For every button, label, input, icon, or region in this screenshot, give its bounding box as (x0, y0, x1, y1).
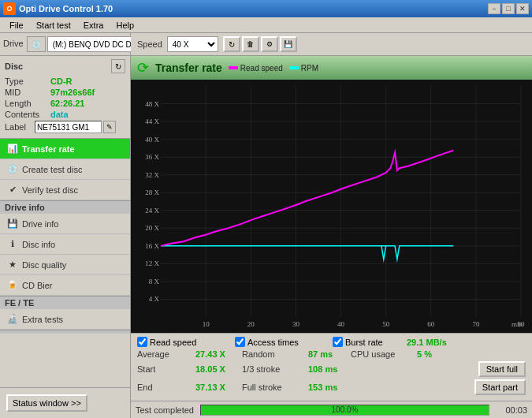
menu-extra[interactable]: Extra (77, 19, 110, 32)
disc-refresh-button[interactable]: ↻ (111, 59, 125, 73)
disc-contents-key: Contents (5, 110, 50, 119)
access-times-stat-label: Access times (247, 338, 299, 347)
settings-button[interactable]: ⚙ (261, 36, 278, 52)
read-speed-stat-label: Read speed (150, 338, 196, 347)
nav-disc-quality[interactable]: ★ Disc quality (0, 255, 130, 275)
average-val: 27.43 X (195, 349, 239, 359)
chart-title: Transfer rate (155, 62, 222, 74)
random-key: Random (242, 349, 305, 359)
disc-quality-icon: ★ (6, 259, 19, 271)
burst-rate-val: 29.1 MB/s (407, 338, 447, 347)
disc-type-key: Type (5, 77, 50, 86)
drive-label: Drive (3, 39, 24, 48)
extra-tests-icon: 🔬 (6, 313, 19, 326)
menu-help[interactable]: Help (110, 19, 140, 32)
disc-length-val: 62:26.21 (50, 99, 84, 108)
nav-disc-info[interactable]: ℹ Disc info (0, 234, 130, 255)
status-text: Test completed (136, 405, 194, 415)
nav-extra-tests[interactable]: 🔬 Extra tests (0, 309, 130, 330)
drive-info-icon: 💾 (6, 218, 19, 230)
burst-rate-checkbox-label[interactable]: Burst rate (333, 337, 404, 347)
app-title: Opti Drive Control 1.70 (19, 4, 113, 13)
start-part-button[interactable]: Start part (474, 379, 526, 395)
progress-bar: 100.0% (200, 405, 489, 416)
average-key: Average (137, 349, 192, 359)
disc-section-title: Disc (5, 62, 23, 71)
drive-icon: 💿 (27, 36, 46, 52)
disc-type-val: CD-R (50, 77, 73, 86)
transfer-rate-chart (131, 80, 532, 333)
access-times-checkbox[interactable] (235, 337, 245, 347)
create-disc-icon: 💿 (6, 163, 19, 176)
burst-rate-checkbox[interactable] (333, 337, 343, 347)
status-window-section-label (0, 330, 130, 334)
speed-refresh-button[interactable]: ↻ (223, 36, 240, 52)
nav-drive-info[interactable]: 💾 Drive info (0, 214, 130, 234)
menu-bar: File Start test Extra Help (0, 17, 532, 33)
chart-container (131, 80, 532, 333)
transfer-rate-icon: 📊 (6, 143, 19, 155)
disc-label-input[interactable] (35, 121, 102, 133)
status-window-button[interactable]: Status window >> (6, 394, 87, 412)
progress-text: 100.0% (332, 405, 359, 414)
drive-info-section-label: Drive info (0, 200, 130, 214)
end-key: End (137, 383, 192, 392)
start-full-button[interactable]: Start full (478, 361, 526, 377)
read-speed-checkbox-label[interactable]: Read speed (137, 337, 232, 347)
random-val: 87 ms (308, 349, 348, 359)
speed-label: Speed (137, 39, 162, 49)
chart-header: ⟳ Transfer rate Read speed RPM (131, 56, 532, 80)
end-val: 37.13 X (195, 383, 239, 392)
disc-contents-val: data (50, 110, 69, 119)
rpm-legend-color (289, 66, 299, 69)
sidebar: Drive 💿 (M:) BENQ DVD DC DW24AS 4B31 ▲ D… (0, 33, 131, 418)
verify-disc-icon: ✔ (6, 184, 19, 196)
stroke-val: 108 ms (308, 364, 348, 374)
start-val: 18.05 X (195, 364, 239, 374)
fe-te-section-label: FE / TE (0, 296, 130, 309)
save-button[interactable]: 💾 (280, 36, 297, 52)
timer: 00:03 (496, 405, 527, 415)
full-stroke-val: 153 ms (308, 383, 348, 392)
status-bar: Test completed 100.0% 00:03 (131, 401, 532, 418)
nav-create-test-disc[interactable]: 💿 Create test disc (0, 159, 130, 180)
disc-length-key: Length (5, 99, 50, 108)
disc-mid-key: MID (5, 88, 50, 97)
disc-mid-val: 97m26s66f (50, 88, 95, 97)
nav-cd-bier[interactable]: 🍺 CD Bier (0, 275, 130, 296)
right-panel: Speed 40 X ↻ 🗑 ⚙ 💾 ⟳ Transfer rate Read … (131, 33, 532, 418)
burst-rate-stat-label: Burst rate (345, 338, 383, 347)
read-speed-checkbox[interactable] (137, 337, 147, 347)
nav-section: 📊 Transfer rate 💿 Create test disc ✔ Ver… (0, 139, 130, 387)
main-content: Drive 💿 (M:) BENQ DVD DC DW24AS 4B31 ▲ D… (0, 33, 532, 418)
maximize-button[interactable]: □ (502, 3, 515, 14)
access-times-checkbox-label[interactable]: Access times (235, 337, 329, 347)
menu-file[interactable]: File (3, 19, 30, 32)
disc-label-key: Label (5, 122, 33, 132)
start-key: Start (137, 364, 192, 374)
progress-fill: 100.0% (201, 405, 489, 415)
nav-transfer-rate[interactable]: 📊 Transfer rate (0, 139, 130, 159)
stroke-key: 1/3 stroke (242, 364, 305, 374)
disc-info-icon: ℹ (6, 238, 19, 251)
disc-label-edit-button[interactable]: ✎ (103, 121, 116, 133)
read-speed-legend-color (229, 66, 238, 69)
chart-legend: Read speed RPM (229, 64, 318, 73)
close-button[interactable]: ✕ (516, 3, 529, 14)
cpu-usage-key: CPU usage (351, 349, 414, 359)
disc-info-section: Disc ↻ Type CD-R MID 97m26s66f Length 62… (0, 56, 130, 139)
cpu-usage-val: 5 % (417, 349, 432, 359)
erase-button[interactable]: 🗑 (242, 36, 259, 52)
minimize-button[interactable]: − (488, 3, 500, 14)
title-bar: O Opti Drive Control 1.70 − □ ✕ (0, 0, 532, 17)
cd-bier-icon: 🍺 (6, 279, 19, 292)
rpm-legend-label: RPM (301, 64, 318, 73)
read-speed-legend-label: Read speed (240, 64, 283, 73)
app-icon: O (3, 2, 16, 15)
menu-start-test[interactable]: Start test (30, 19, 77, 32)
stats-area: Read speed Access times Burst rate 29.1 … (131, 333, 532, 401)
nav-verify-test-disc[interactable]: ✔ Verify test disc (0, 180, 130, 200)
window-controls: − □ ✕ (488, 3, 529, 14)
speed-select[interactable]: 40 X (167, 36, 218, 52)
drive-section: Drive 💿 (M:) BENQ DVD DC DW24AS 4B31 ▲ (0, 33, 130, 56)
